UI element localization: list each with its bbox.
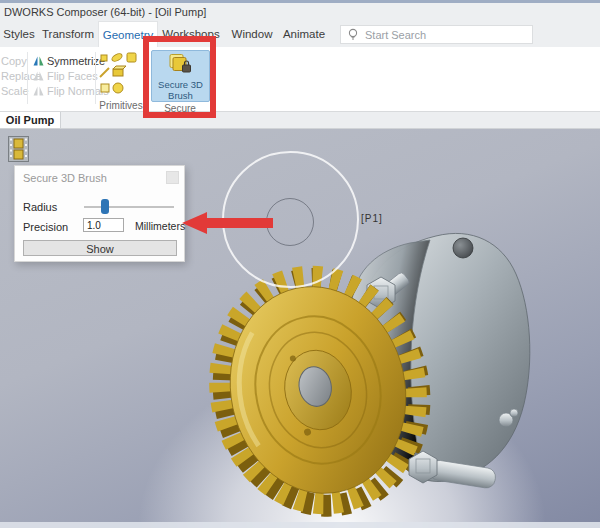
flip-faces-icon [33, 71, 44, 81]
box-primitive-icon [113, 66, 126, 76]
line-primitive-icon [100, 68, 109, 77]
search-input[interactable] [363, 28, 532, 42]
flip-faces-button: Flip Faces [33, 69, 98, 83]
precision-input[interactable] [83, 218, 124, 232]
show-button[interactable]: Show [23, 240, 177, 256]
window-title: DWORKS Composer (64-bit) - [Oil Pump] [4, 6, 206, 18]
symmetrize-icon [33, 56, 44, 66]
rounded-square-primitive-icon [127, 53, 136, 62]
tab-window[interactable]: Window [226, 21, 278, 47]
viewport-bottom-strip [0, 522, 600, 528]
copy-button: Copy [1, 54, 27, 68]
ribbon: Copy Replace Scale Symmetrize Flip Faces… [0, 47, 600, 112]
square-primitive-icon [101, 84, 109, 92]
dialog-title: Secure 3D Brush [23, 172, 107, 184]
tab-transform[interactable]: Transform [38, 21, 98, 47]
highlight-box-annotation [143, 36, 216, 118]
radius-label: Radius [23, 201, 57, 213]
search-box[interactable] [340, 25, 533, 44]
ellipse-primitive-icon [111, 52, 124, 62]
scale-button: Scale [1, 84, 29, 98]
dialog-close-button[interactable] [166, 171, 179, 184]
housing-knob [453, 238, 473, 258]
ribbon-separator [27, 52, 28, 104]
secure-3d-brush-dialog: Secure 3D Brush Radius Precision Millime… [14, 165, 185, 262]
primitives-group-label: Primitives [96, 100, 146, 111]
lightbulb-search-icon [347, 28, 359, 41]
keyframe-film-icon[interactable] [8, 136, 29, 162]
app-window: DWORKS Composer (64-bit) - [Oil Pump] St… [0, 0, 600, 528]
flip-normals-button: Flip Normals [33, 84, 109, 98]
document-tab-bar: Oil Pump [0, 112, 600, 129]
radius-slider-thumb[interactable] [101, 199, 109, 214]
ribbon-separator [95, 52, 96, 104]
precision-label: Precision [23, 221, 68, 233]
point-label-p1: [P1] [361, 213, 383, 224]
document-tab-oil-pump[interactable]: Oil Pump [0, 112, 61, 128]
tab-styles[interactable]: Styles [0, 21, 38, 47]
ribbon-tab-bar: Styles Transform Geometry Workshops Wind… [0, 21, 600, 47]
point-primitive-icon [101, 55, 107, 61]
flip-normals-icon [33, 86, 44, 96]
viewport-3d[interactable]: [P1] Secure 3D Brush Radius Precision Mi… [0, 129, 600, 528]
primitives-icon-grid[interactable] [99, 52, 145, 96]
brush-cursor-circle [266, 198, 314, 246]
circle-primitive-icon [113, 83, 123, 93]
precision-units-label: Millimeters [135, 220, 185, 232]
radius-slider-track[interactable] [84, 206, 174, 208]
tab-animate[interactable]: Animate [278, 21, 330, 47]
title-bar: DWORKS Composer (64-bit) - [Oil Pump] [0, 3, 600, 21]
